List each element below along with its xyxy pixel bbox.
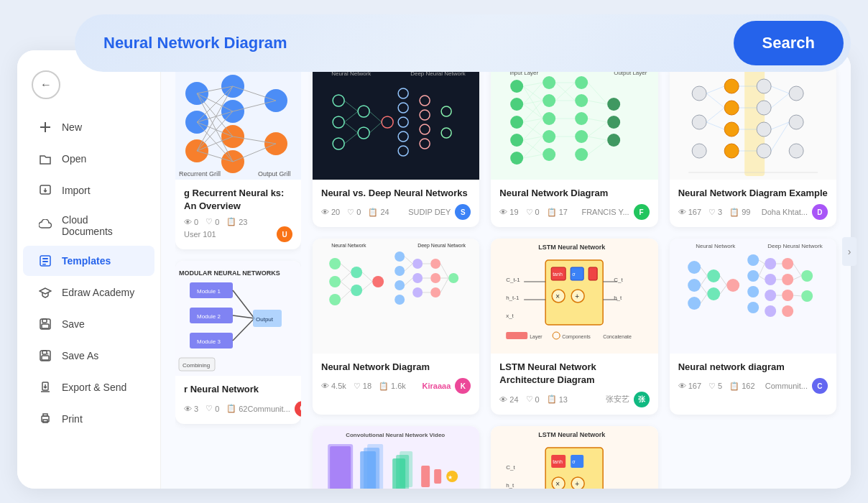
- svg-text:σ: σ: [572, 459, 576, 464]
- svg-line-128: [588, 137, 607, 140]
- academy-icon: [37, 285, 53, 300]
- svg-line-166: [341, 264, 351, 272]
- card-author-7: 张安艺 张: [606, 392, 650, 407]
- svg-text:Concatenate: Concatenate: [603, 334, 632, 339]
- card-3[interactable]: Input Layer Output Layer: [491, 65, 657, 227]
- svg-point-98: [575, 112, 588, 125]
- svg-line-185: [405, 278, 412, 285]
- sidebar-item-academy[interactable]: Edraw Academy: [23, 277, 154, 308]
- svg-point-62: [333, 116, 344, 128]
- svg-point-100: [575, 148, 588, 161]
- svg-point-86: [510, 80, 523, 93]
- sidebar-item-open[interactable]: Open: [23, 144, 154, 174]
- svg-point-79: [420, 110, 430, 120]
- sidebar-item-save[interactable]: Save: [23, 309, 154, 339]
- stat-copies-1: 📋 23: [226, 217, 247, 226]
- card-6[interactable]: Neural Network Deep Neural Network: [313, 239, 479, 414]
- card-partial-5[interactable]: MODULAR NEURAL NETWORKS Module 1 Module …: [175, 261, 301, 423]
- svg-line-226: [701, 276, 707, 285]
- svg-point-178: [412, 287, 423, 297]
- sidebar-item-saveas[interactable]: + Save As: [23, 341, 154, 371]
- stat-likes-1: ♡ 0: [206, 217, 219, 226]
- card-7[interactable]: LSTM Neural Network tanh σ: [491, 239, 657, 414]
- stat-views-1: 👁 0: [184, 218, 198, 226]
- card-author-3: FRANCIS Y... F: [581, 204, 649, 220]
- svg-point-161: [329, 276, 341, 287]
- partial-left-col: Recurrent Grill Output Grill g Recurrent…: [175, 65, 301, 489]
- svg-line-69: [344, 122, 358, 133]
- svg-point-140: [757, 122, 771, 137]
- svg-point-136: [724, 122, 739, 137]
- card-author-2: SUDIP DEY S: [408, 204, 471, 220]
- sidebar-item-templates[interactable]: Templates: [23, 246, 154, 276]
- svg-text:+: +: [575, 480, 579, 488]
- avatar-7: 张: [634, 392, 650, 407]
- svg-text:h_t-1: h_t-1: [506, 295, 520, 301]
- sidebar-item-cloud[interactable]: Cloud Documents: [23, 207, 154, 244]
- svg-text:tanh: tanh: [553, 459, 563, 464]
- svg-point-78: [420, 96, 430, 106]
- card-4[interactable]: Neural Network Diagram Example 👁 167 ♡ 3…: [670, 65, 836, 227]
- sidebar-item-new[interactable]: New: [23, 112, 154, 142]
- svg-text:Output: Output: [256, 316, 274, 323]
- svg-point-160: [329, 258, 341, 269]
- svg-point-143: [789, 115, 803, 129]
- sidebar-item-print[interactable]: Print: [23, 404, 154, 434]
- card-stats-6: 👁 4.5k ♡ 18 📋 1.6k: [321, 382, 406, 391]
- svg-point-232: [747, 270, 759, 282]
- svg-line-245: [759, 260, 765, 264]
- svg-point-137: [724, 144, 739, 158]
- svg-point-77: [398, 146, 408, 156]
- svg-line-71: [369, 111, 382, 122]
- search-bar: Search: [75, 14, 851, 72]
- svg-point-237: [765, 290, 776, 301]
- search-input[interactable]: [103, 34, 734, 52]
- svg-point-234: [747, 302, 759, 313]
- sidebar-label-import: Import: [62, 185, 91, 196]
- export-icon: [37, 379, 53, 395]
- svg-point-163: [351, 267, 362, 278]
- card-stats-7: 👁 24 ♡ 0 📋 13: [499, 394, 568, 404]
- svg-point-87: [510, 98, 523, 111]
- svg-point-99: [575, 130, 588, 143]
- svg-text:Deep Neural Network: Deep Neural Network: [767, 243, 823, 249]
- svg-text:+: +: [47, 351, 50, 356]
- author-name-1: User 101: [184, 230, 272, 239]
- sidebar-label-export: Export & Send: [62, 382, 126, 393]
- main-card: ← New Open Import: [17, 50, 851, 489]
- svg-point-97: [575, 94, 588, 107]
- sidebar-item-export[interactable]: Export & Send: [23, 372, 154, 402]
- card-meta-1: 👁 0 ♡ 0 📋 23: [184, 217, 292, 226]
- card-meta-6: 👁 4.5k ♡ 18 📋 1.6k Kiraaaa K: [321, 378, 471, 394]
- card-partial-1[interactable]: Recurrent Grill Output Grill g Recurrent…: [175, 65, 301, 249]
- svg-point-219: [688, 261, 701, 274]
- card-9[interactable]: Convolutional Neural Network Video: [313, 426, 479, 489]
- svg-rect-264: [434, 469, 441, 484]
- svg-line-227: [701, 285, 707, 294]
- card-title-7: LSTM Neural Network Architecture Diagram: [499, 361, 649, 387]
- sidebar-item-import[interactable]: Import: [23, 175, 154, 206]
- svg-text:Neural Network: Neural Network: [331, 243, 366, 248]
- svg-text:Module 1: Module 1: [197, 288, 221, 295]
- svg-rect-263: [421, 466, 430, 487]
- avatar-6: K: [455, 378, 471, 394]
- svg-point-162: [329, 294, 341, 305]
- svg-rect-256: [330, 446, 351, 489]
- back-button[interactable]: ←: [32, 70, 60, 99]
- svg-line-68: [344, 111, 358, 122]
- card-lstm-bottom[interactable]: LSTM Neural Network tanh σ × + C_t: [491, 426, 657, 489]
- svg-point-92: [542, 94, 555, 107]
- card-8[interactable]: Neural Network Deep Neural Network: [670, 239, 836, 414]
- card-2[interactable]: Neural Network Deep Neural Network: [313, 65, 479, 227]
- svg-text:Convolutional Neural Network V: Convolutional Neural Network Video: [346, 432, 445, 438]
- card-author-8: Communit... C: [765, 378, 828, 394]
- card-title-4: Neural Network Diagram Example: [678, 187, 828, 200]
- cards-layout: Recurrent Grill Output Grill g Recurrent…: [175, 65, 836, 489]
- svg-line-153: [771, 86, 789, 93]
- svg-point-93: [542, 112, 555, 125]
- svg-line-72: [369, 122, 382, 133]
- svg-point-74: [398, 103, 408, 113]
- svg-point-172: [394, 251, 405, 262]
- search-button[interactable]: Search: [734, 21, 844, 65]
- card-stats-2: 👁 20 ♡ 0 📋 24: [321, 208, 389, 217]
